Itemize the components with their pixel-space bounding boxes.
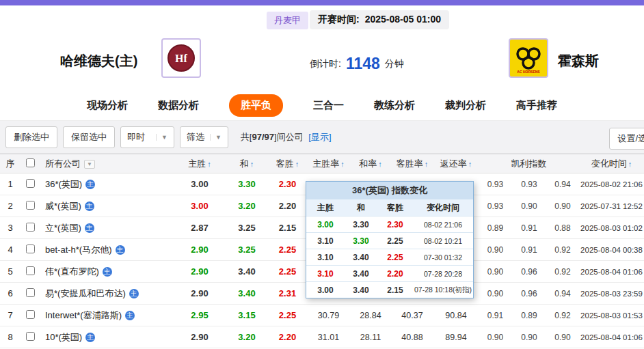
draw-odds[interactable]: 3.40	[226, 266, 268, 277]
draw-odds[interactable]: 3.30	[226, 179, 268, 189]
row-checkbox[interactable]	[26, 310, 35, 319]
home-odds[interactable]: 2.90	[174, 245, 226, 255]
popup-change-time: 07-30 01:32	[413, 253, 473, 262]
filter-dropdown-label: 筛选	[187, 131, 204, 143]
nav-tabs: 现场分析数据分析胜平负三合一教练分析裁判分析高手推荐	[0, 91, 644, 121]
popup-body: 3.003.302.3008-02 21:063.103.302.2508-02…	[306, 216, 473, 298]
company-cell[interactable]: Interwet*(塞浦路斯)主	[40, 309, 174, 322]
col-index: 序	[0, 158, 21, 170]
sort-asc-icon[interactable]: ↑	[468, 160, 472, 168]
instant-dropdown[interactable]: 即时 ▼	[120, 126, 174, 148]
row-index: 2	[0, 201, 21, 211]
company-cell[interactable]: 36*(英国)主	[40, 178, 174, 191]
kelly-value: 0.92	[546, 311, 579, 320]
change-time: 2025-08-03 01:02	[579, 224, 644, 232]
nav-tab[interactable]: 教练分析	[374, 99, 415, 112]
draw-odds[interactable]: 3.20	[226, 201, 268, 211]
away-odds[interactable]: 2.20	[268, 201, 307, 211]
company-filter-icon[interactable]: ▼	[84, 160, 95, 169]
company-cell[interactable]: 立*(英国)主	[40, 222, 174, 234]
company-name: 10*(英国)	[45, 331, 82, 344]
home-odds[interactable]: 2.95	[174, 310, 226, 320]
rate-value: 40.37	[391, 311, 433, 320]
nav-tab[interactable]: 数据分析	[158, 99, 199, 112]
kelly-value: 0.90	[479, 267, 512, 277]
sort-asc-icon[interactable]: ↑	[295, 160, 299, 168]
table-row: 7Interwet*(塞浦路斯)主2.953.152.2530.7928.844…	[0, 305, 644, 326]
popup-home-odds: 3.10	[306, 253, 345, 262]
company-cell[interactable]: bet-at-h*(马尔他)主	[40, 244, 174, 256]
popup-change-time: 07-28 20:28	[413, 270, 473, 278]
keep-selected-button[interactable]: 保留选中	[63, 126, 115, 148]
away-odds[interactable]: 2.20	[268, 332, 307, 342]
home-odds[interactable]: 2.90	[174, 332, 226, 342]
draw-odds[interactable]: 3.20	[226, 332, 268, 342]
company-cell[interactable]: 威*(英国)主	[40, 200, 174, 212]
away-odds[interactable]: 2.15	[268, 223, 307, 233]
draw-odds[interactable]: 3.25	[226, 245, 268, 255]
popup-home-odds: 3.00	[306, 285, 345, 295]
main-company-badge-icon: 主	[85, 201, 94, 211]
home-odds[interactable]: 2.87	[174, 223, 226, 233]
main-company-badge-icon: 主	[129, 289, 139, 298]
select-all-checkbox[interactable]	[26, 158, 35, 167]
col-draw-odds[interactable]: 和↑	[226, 158, 268, 170]
league-badge[interactable]: 丹麦甲	[267, 12, 308, 29]
nav-tab[interactable]: 裁判分析	[445, 99, 486, 112]
home-odds[interactable]: 2.90	[174, 288, 226, 298]
row-checkbox[interactable]	[26, 288, 35, 297]
sort-asc-icon[interactable]: ↑	[207, 160, 211, 168]
nav-tab[interactable]: 高手推荐	[516, 99, 557, 112]
company-cell[interactable]: 10*(英国)主	[40, 331, 174, 344]
row-checkbox[interactable]	[26, 223, 35, 232]
row-checkbox[interactable]	[26, 266, 35, 275]
filter-dropdown[interactable]: 筛选 ▼	[180, 126, 228, 148]
draw-odds[interactable]: 3.25	[226, 223, 268, 233]
rate-value: 31.01	[307, 333, 350, 342]
nav-tab[interactable]: 三合一	[313, 99, 344, 112]
col-change-time[interactable]: 变化时间↑	[579, 158, 644, 170]
row-checkbox[interactable]	[26, 245, 35, 253]
row-checkbox-cell	[21, 201, 40, 212]
draw-odds[interactable]: 3.40	[226, 288, 268, 298]
kelly-value: 0.89	[479, 223, 512, 233]
change-time: 2025-08-02 21:06	[579, 180, 644, 189]
kelly-value: 0.93	[479, 180, 512, 189]
away-odds[interactable]: 2.31	[268, 288, 307, 298]
sort-asc-icon[interactable]: ↑	[250, 160, 254, 168]
sort-asc-icon[interactable]: ↑	[340, 160, 345, 168]
show-link[interactable]: [显示]	[308, 132, 331, 142]
delete-selected-button[interactable]: 删除选中	[5, 126, 57, 148]
nav-tab[interactable]: 现场分析	[87, 99, 128, 112]
col-away-rate[interactable]: 客胜率↑	[391, 158, 433, 170]
draw-odds[interactable]: 3.15	[226, 310, 268, 320]
kelly-value: 0.96	[512, 289, 546, 298]
col-company[interactable]: 所有公司▼	[40, 158, 174, 170]
row-checkbox[interactable]	[26, 332, 35, 341]
sort-asc-icon[interactable]: ↑	[378, 160, 382, 168]
col-home-rate[interactable]: 主胜率↑	[307, 158, 350, 170]
row-index: 5	[0, 266, 21, 277]
home-odds[interactable]: 2.90	[174, 266, 226, 277]
popup-row: 3.103.302.2508-02 10:21	[306, 232, 473, 249]
away-odds[interactable]: 2.25	[268, 266, 307, 277]
col-home-odds[interactable]: 主胜↑	[174, 158, 226, 170]
home-odds[interactable]: 3.00	[174, 179, 226, 189]
company-cell[interactable]: 易*(安提瓜和巴布达)主	[40, 288, 174, 300]
away-odds[interactable]: 2.25	[268, 245, 307, 255]
col-return-rate[interactable]: 返还率↑	[433, 158, 479, 170]
away-odds[interactable]: 2.30	[268, 179, 307, 189]
sort-asc-icon[interactable]: ↑	[628, 160, 632, 168]
nav-tab[interactable]: 胜平负	[229, 94, 283, 117]
popup-header: 主胜和客胜变化时间	[306, 199, 473, 216]
row-checkbox[interactable]	[26, 201, 35, 210]
company-cell[interactable]: 伟*(直布罗陀)主	[40, 266, 174, 278]
countdown: 倒计时: 1148 分钟	[310, 55, 404, 73]
sort-asc-icon[interactable]: ↑	[425, 160, 429, 168]
settings-button[interactable]: 设置/选	[609, 128, 644, 150]
col-draw-rate[interactable]: 和率↑	[350, 158, 391, 170]
home-odds[interactable]: 3.00	[174, 201, 226, 211]
row-checkbox[interactable]	[26, 179, 35, 188]
away-odds[interactable]: 2.25	[268, 310, 307, 320]
col-away-odds[interactable]: 客胜↑	[268, 158, 307, 170]
